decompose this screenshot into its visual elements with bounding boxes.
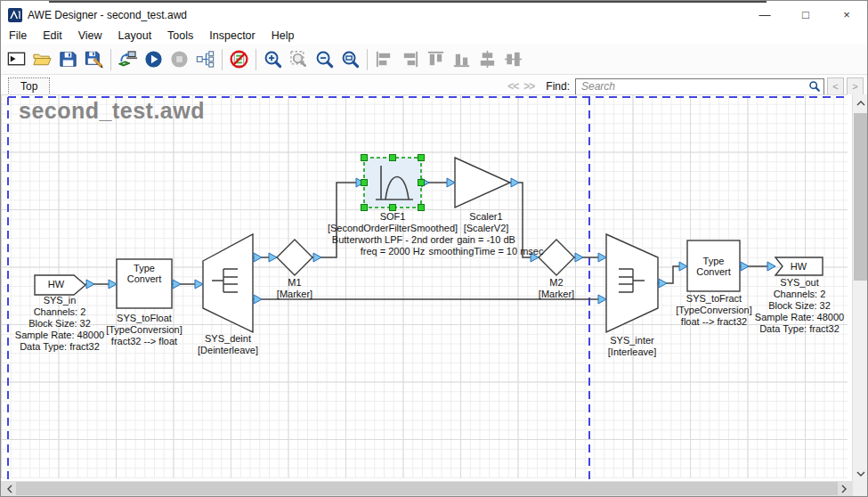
input-pin — [598, 253, 606, 262]
align-center-horizontal-button[interactable] — [475, 46, 500, 72]
close-button[interactable]: × — [826, 4, 867, 26]
save-file-button[interactable] — [55, 46, 81, 72]
caption-m1: M1 [Marker] — [277, 277, 312, 300]
caption-line: M2 — [539, 277, 574, 289]
stop-layout-button[interactable] — [166, 46, 192, 72]
toolbar-separator — [256, 49, 256, 70]
caption-line: Channels: 2 — [755, 289, 844, 300]
propagate-changes-icon — [195, 49, 215, 69]
block-sof1[interactable] — [361, 155, 425, 211]
toolbar-separator — [110, 49, 111, 70]
new-layout-button[interactable] — [4, 46, 29, 72]
output-pin — [511, 178, 519, 187]
new-layout-icon — [6, 49, 27, 69]
disable-inspectors-button[interactable] — [226, 46, 252, 72]
align-left-icon — [374, 49, 394, 69]
title-bar: AWE Designer - second_test.awd — □ × — [1, 1, 867, 26]
menu-view[interactable]: View — [70, 28, 110, 44]
stop-icon — [169, 49, 190, 69]
menu-layout[interactable]: Layout — [110, 28, 160, 44]
open-file-button[interactable] — [29, 46, 55, 72]
window-controls: — □ × — [744, 4, 867, 26]
caption-line: M1 — [277, 277, 312, 289]
menu-inspector[interactable]: Inspector — [201, 28, 263, 44]
align-left-button[interactable] — [371, 46, 397, 72]
block-m2[interactable] — [539, 240, 574, 275]
maximize-button[interactable]: □ — [785, 4, 826, 26]
caption-line: Sample Rate: 48000 — [15, 330, 104, 341]
propagate-changes-button[interactable] — [192, 46, 218, 72]
menu-edit[interactable]: Edit — [35, 28, 70, 44]
find-prev-button[interactable]: < — [827, 77, 844, 96]
input-pin — [447, 178, 455, 187]
caption-line: [TypeConversion] — [106, 324, 183, 336]
vertical-scroll-thumb[interactable] — [854, 113, 868, 281]
caption-line: SYS_toFract — [676, 293, 752, 305]
caption-line: [TypeConversion] — [676, 305, 752, 316]
vertical-scrollbar[interactable] — [852, 94, 868, 483]
input-pin — [679, 262, 687, 271]
caption-sys-deint: SYS_deint [Deinterleave] — [198, 333, 258, 356]
output-pin — [313, 253, 321, 262]
caption-sys-inter: SYS_inter [Interleave] — [608, 335, 656, 358]
caption-sys-in: SYS_in Channels: 2 Block Size: 32 Sample… — [15, 295, 104, 353]
block-scaler1[interactable] — [455, 158, 510, 208]
find-input-wrap — [575, 77, 824, 95]
caption-line: Channels: 2 — [15, 306, 104, 318]
horizontal-scroll-thumb[interactable] — [16, 482, 838, 495]
caption-line: SYS_deint — [198, 333, 258, 345]
find-next-button[interactable]: > — [847, 77, 864, 96]
chevron-down-icon — [856, 471, 865, 477]
find-prev-double-button[interactable]: << — [505, 78, 521, 94]
signal-flow-diagram — [1, 94, 853, 483]
output-pin — [575, 253, 583, 262]
align-top-icon — [426, 49, 446, 69]
save-icon — [58, 49, 78, 69]
minimize-button[interactable]: — — [744, 4, 785, 26]
search-input[interactable] — [575, 78, 824, 95]
block-sys-inter[interactable] — [606, 234, 658, 332]
block-sys-deint[interactable] — [203, 234, 253, 332]
align-bottom-button[interactable] — [449, 46, 475, 72]
menu-help[interactable]: Help — [264, 28, 303, 44]
align-top-button[interactable] — [423, 46, 449, 72]
menu-file[interactable]: File — [1, 28, 35, 44]
main-toolbar — [1, 45, 867, 75]
zoom-to-selection-button[interactable] — [286, 46, 312, 72]
scrollbar-corner — [853, 481, 868, 496]
caption-sys-tofract: SYS_toFract [TypeConversion] float --> f… — [676, 293, 752, 328]
caption-sys-out: SYS_out Channels: 2 Block Size: 32 Sampl… — [755, 277, 844, 335]
scroll-left-button[interactable] — [3, 481, 17, 496]
zoom-in-button[interactable] — [260, 46, 286, 72]
caption-line: smoothingTime = 10 msec — [429, 246, 544, 257]
search-icon[interactable] — [808, 80, 821, 93]
scroll-down-button[interactable] — [853, 467, 868, 481]
save-file-as-button[interactable] — [81, 46, 107, 72]
find-next-double-button[interactable]: >> — [521, 78, 537, 94]
zoom-out-button[interactable] — [312, 46, 337, 72]
caption-m2: M2 [Marker] — [539, 277, 574, 300]
align-center-vertical-icon — [503, 49, 523, 69]
run-layout-button[interactable] — [141, 46, 166, 72]
design-canvas[interactable]: second_test.awd — [1, 94, 853, 483]
block-m1[interactable] — [277, 240, 312, 275]
window-top-edge — [49, 1, 767, 3]
horizontal-scrollbar[interactable] — [1, 481, 853, 496]
caption-line: fract32 --> float — [106, 336, 183, 347]
align-right-button[interactable] — [397, 46, 423, 72]
scroll-up-button[interactable] — [853, 96, 868, 110]
align-right-icon — [400, 49, 420, 69]
align-center-vertical-button[interactable] — [500, 46, 526, 72]
caption-line: Sample Rate: 48000 — [755, 312, 844, 323]
input-pin — [195, 280, 203, 289]
align-center-horizontal-icon — [477, 49, 498, 69]
align-bottom-icon — [451, 49, 472, 69]
output-pin — [86, 280, 94, 289]
menu-tools[interactable]: Tools — [159, 28, 201, 44]
menu-bar: File Edit View Layout Tools Inspector He… — [1, 26, 867, 45]
input-pin — [109, 280, 117, 289]
scroll-right-button[interactable] — [837, 481, 851, 496]
zoom-to-fit-button[interactable] — [337, 46, 363, 72]
connect-to-target-button[interactable] — [115, 46, 141, 72]
tab-top[interactable]: Top — [8, 77, 50, 95]
